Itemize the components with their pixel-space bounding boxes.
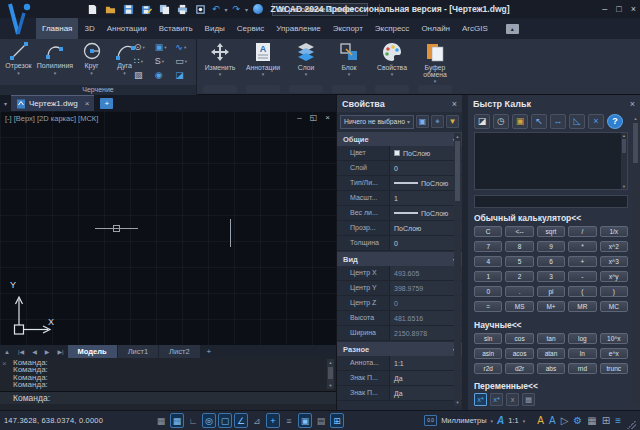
add-layout-icon[interactable]: + [201, 347, 218, 356]
calc-key-5[interactable]: 5 [505, 256, 533, 267]
grid-icon[interactable]: ▦ [154, 413, 168, 428]
clear-icon[interactable]: ◪ [474, 114, 490, 129]
calc-key-0[interactable]: 0 [474, 286, 502, 297]
annotation-visibility-icon[interactable]: А [537, 413, 544, 429]
calc-key-6[interactable]: 6 [537, 256, 565, 267]
command-history[interactable]: Команда:Команда:Команда:Команда: [13, 359, 326, 389]
calc-key-atan[interactable]: atan [537, 348, 565, 359]
property-value[interactable]: Да [389, 371, 462, 385]
undo-icon[interactable]: ↶ [212, 3, 220, 15]
button-clipboard[interactable]: Буфер обмена▾ [415, 40, 455, 94]
ribbon-tab-Аннотации[interactable]: Аннотации [101, 18, 153, 39]
property-value[interactable]: ПоСлою [389, 146, 462, 160]
property-value[interactable]: Да [389, 386, 462, 400]
button-properties[interactable]: Свойства▾ [372, 40, 412, 94]
layout-tab-Лист1[interactable]: Лист1 [118, 345, 158, 358]
property-value[interactable]: 0 [389, 161, 462, 175]
calc-key-=[interactable]: = [474, 301, 502, 312]
command-input[interactable]: Команда: [0, 391, 336, 404]
next-layout-icon[interactable]: ▶ [41, 348, 54, 355]
calc-key-1/x[interactable]: 1/x [600, 226, 628, 237]
tool-donut[interactable]: ◉ [155, 70, 176, 81]
restore-icon[interactable]: ◱ [310, 113, 318, 122]
calc-key-<--[interactable]: <-- [505, 226, 533, 237]
calc-key-1[interactable]: 1 [474, 271, 502, 282]
calc-key-pi[interactable]: pi [537, 286, 565, 297]
distance-icon[interactable]: ↔ [550, 114, 566, 129]
dyn-input-icon[interactable]: + [266, 413, 280, 428]
calc-key-d2r[interactable]: d2r [505, 363, 533, 374]
tool-polyline[interactable]: Полилиния▾ [35, 40, 75, 76]
calc-key-2[interactable]: 2 [505, 271, 533, 282]
basic-calculator-section-label[interactable]: Обычный калькулятор<< [474, 213, 640, 223]
property-value[interactable]: ПоСлою [389, 176, 462, 190]
property-value[interactable]: 398.9759 [389, 281, 462, 295]
annotation-scale-value[interactable]: 1:1 [508, 416, 518, 425]
tool-spline[interactable]: S▾ [155, 56, 176, 67]
minimize-icon[interactable]: – [602, 4, 607, 14]
chevron-down-icon[interactable]: ▾ [523, 418, 526, 424]
tool-rectangle[interactable]: ▭▾ [175, 56, 196, 67]
new-file-icon[interactable] [86, 3, 99, 15]
display-scrollbar[interactable]: ▲▼ [621, 133, 627, 189]
calc-key-abs[interactable]: abs [537, 363, 565, 374]
variables-section-label[interactable]: Переменные<< [474, 381, 640, 391]
paste-to-command-icon[interactable]: ▣ [512, 114, 528, 129]
quick-properties-icon[interactable]: ▤ [314, 413, 328, 428]
command-scrollbar[interactable]: ▲▼ [327, 359, 334, 389]
calc-key-trunc[interactable]: trunc [600, 363, 628, 374]
calc-key-ln[interactable]: ln [568, 348, 596, 359]
calc-key-MS[interactable]: MS [505, 301, 533, 312]
lineweight-icon[interactable]: ≡ [282, 413, 296, 428]
calc-key-MC[interactable]: MC [600, 301, 628, 312]
button-layers[interactable]: Слои▾ [286, 40, 326, 94]
ribbon-tab-Виды[interactable]: Виды [199, 18, 231, 39]
new-tab-icon[interactable]: + [100, 98, 113, 109]
polar-icon[interactable]: ◎ [202, 413, 216, 428]
plot-icon[interactable] [176, 3, 189, 15]
layout-tab-Модель[interactable]: Модель [68, 345, 117, 358]
property-value[interactable]: 481.6516 [389, 311, 462, 325]
calc-key-acos[interactable]: acos [505, 348, 533, 359]
property-value[interactable]: 0 [389, 296, 462, 310]
redo-icon[interactable]: ↷ [233, 3, 241, 15]
minimize-icon[interactable]: – [297, 113, 301, 122]
property-value[interactable]: 1:1 [389, 356, 462, 370]
prev-layout-icon[interactable]: ◀ [28, 348, 41, 355]
redo-dropdown-icon[interactable]: ▾ [245, 6, 248, 13]
chevron-down-icon[interactable]: ▾ [491, 418, 494, 424]
collapse-command-icon[interactable]: ▲ [0, 349, 14, 355]
annotation-scale-icon[interactable]: А [497, 415, 504, 426]
help-icon[interactable]: ? [607, 114, 623, 129]
units-icon[interactable]: 0.0 [424, 415, 437, 426]
chevron-down-icon[interactable]: ▾ [54, 70, 57, 76]
ribbon-tab-ArcGIS[interactable]: ArcGIS [456, 18, 494, 39]
button-annotation[interactable]: AАннотации▾ [243, 40, 283, 94]
chevron-down-icon[interactable]: ▾ [123, 70, 126, 76]
snap-icon[interactable]: ▦ [170, 413, 184, 428]
ribbon-tab-Главная[interactable]: Главная [36, 18, 78, 39]
calc-key-M+[interactable]: M+ [537, 301, 565, 312]
close-icon[interactable]: × [85, 99, 90, 108]
history-icon[interactable]: ◷ [493, 114, 509, 129]
ribbon-tab-Экспорт[interactable]: Экспорт [327, 18, 369, 39]
scientific-section-label[interactable]: Научные<< [474, 320, 640, 330]
calc-key-tan[interactable]: tan [537, 333, 565, 344]
calc-key-sqrt[interactable]: sqrt [537, 226, 565, 237]
graphics-performance-icon[interactable]: ▦ [587, 413, 596, 429]
tool-point[interactable]: ∷▾ [134, 56, 155, 67]
open-file-icon[interactable] [104, 3, 117, 15]
ribbon-tab-Управление[interactable]: Управление [270, 18, 326, 39]
quick-select-icon[interactable]: ▼ [446, 115, 459, 128]
new-variable-icon[interactable]: x* [474, 393, 487, 406]
last-layout-icon[interactable]: ▶| [53, 348, 67, 355]
tool-circle[interactable]: Круг▾ [75, 40, 108, 76]
calc-key-rnd[interactable]: rnd [568, 363, 596, 374]
calc-key-9[interactable]: 9 [537, 241, 565, 252]
ribbon-tab-Вставить[interactable]: Вставить [153, 18, 199, 39]
property-value[interactable]: 493.605 [389, 266, 462, 280]
drawing-canvas[interactable]: [-] [Верх] [2D каркас] [МСК] – ◱ × Y X [0, 111, 336, 345]
property-value[interactable]: 0 [389, 236, 462, 250]
section-header-Разное[interactable]: Разное▾ [337, 342, 462, 356]
transparency-icon[interactable]: ▣ [298, 413, 312, 428]
